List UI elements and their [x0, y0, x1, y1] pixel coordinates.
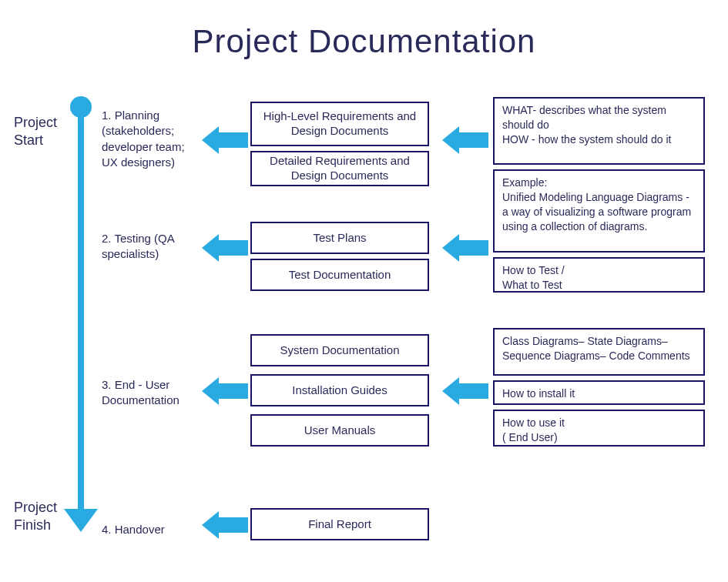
- stage-handover: 4. Handover: [102, 522, 194, 537]
- arrow-desc-enduser-icon: [458, 383, 488, 399]
- arrow-handover-icon: [217, 517, 248, 533]
- desc-how-use: How to use it ( End User): [493, 410, 705, 447]
- doc-system-doc: System Documentation: [250, 334, 429, 366]
- desc-class-diagrams: Class Diagrams– State Diagrams– Sequence…: [493, 328, 705, 376]
- arrow-desc-testing-icon: [458, 240, 488, 256]
- timeline-shaft: [78, 112, 84, 512]
- timeline-finish-label: Project Finish: [14, 499, 68, 535]
- stage-testing: 2. Testing (QA specialists): [102, 231, 194, 263]
- arrow-testing-icon: [217, 240, 248, 256]
- timeline-arrowhead: [64, 509, 98, 532]
- arrow-planning-icon: [217, 132, 248, 148]
- page-title: Project Documentation: [0, 23, 728, 60]
- timeline-start-label: Project Start: [14, 114, 68, 150]
- doc-final-report: Final Report: [250, 508, 429, 540]
- doc-detailed-req: Detailed Requirements and Design Documen…: [250, 151, 429, 186]
- doc-test-doc: Test Documentation: [250, 259, 429, 291]
- desc-uml-example: Example: Unified Modeling Language Diagr…: [493, 169, 705, 253]
- doc-test-plans: Test Plans: [250, 222, 429, 254]
- desc-how-install: How to install it: [493, 380, 705, 405]
- arrow-enduser-icon: [217, 383, 248, 399]
- stage-planning: 1. Planning (stakeholders; developer tea…: [102, 108, 194, 170]
- stage-enduser: 3. End - User Documentation: [102, 377, 194, 409]
- desc-what-how: WHAT- describes what the system should d…: [493, 97, 705, 165]
- desc-how-to-test: How to Test / What to Test: [493, 257, 705, 293]
- doc-high-level-req: High-Level Requirements and Design Docum…: [250, 102, 429, 146]
- doc-user-manuals: User Manuals: [250, 414, 429, 447]
- doc-install-guides: Installation Guides: [250, 374, 429, 406]
- arrow-desc-planning-icon: [458, 132, 488, 148]
